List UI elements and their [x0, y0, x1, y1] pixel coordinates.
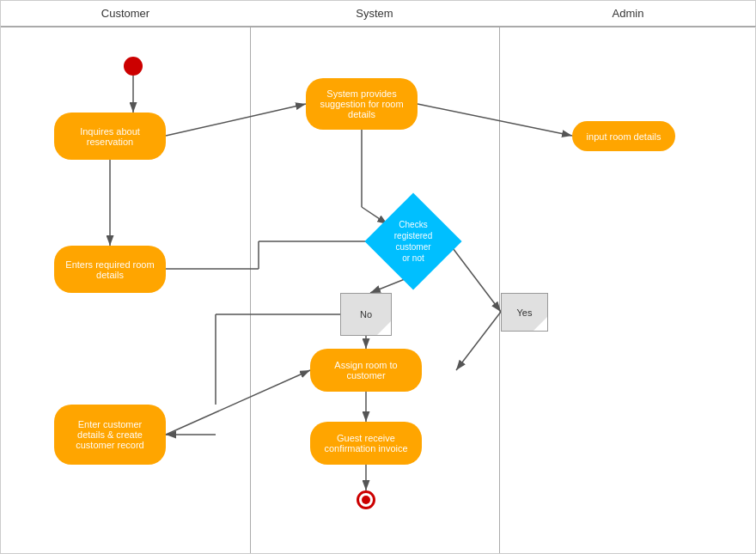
- svg-line-13: [456, 312, 501, 370]
- svg-line-3: [418, 104, 572, 136]
- inquires-node: Inquires about reservation: [54, 113, 166, 160]
- diagram-container: Customer System Admin: [0, 0, 756, 554]
- svg-line-11: [448, 241, 501, 312]
- end-node: [357, 490, 375, 509]
- svg-line-14: [166, 370, 310, 435]
- divider-1: [250, 27, 251, 553]
- checks-diamond-wrapper: Checksregisteredcustomeror not: [379, 207, 448, 276]
- start-node: [124, 57, 143, 76]
- confirmation-node: Guest receiveconfirmation invoice: [310, 422, 422, 465]
- lane-system: System: [250, 1, 499, 27]
- no-doc-node: No: [340, 293, 392, 336]
- system-provides-node: System providessuggestion for roomdetail…: [306, 78, 418, 130]
- divider-2: [499, 27, 500, 553]
- lane-customer: Customer: [1, 1, 250, 27]
- yes-doc-node: Yes: [501, 293, 548, 332]
- assign-room-node: Assign room tocustomer: [310, 349, 422, 392]
- lane-admin: Admin: [499, 1, 756, 27]
- svg-line-2: [166, 104, 306, 136]
- enter-customer-node: Enter customerdetails & createcustomer r…: [54, 405, 166, 465]
- input-room-node: input room details: [572, 121, 675, 151]
- checks-label: Checksregisteredcustomeror not: [379, 207, 448, 276]
- top-border: [1, 27, 755, 27]
- enters-room-node: Enters required roomdetails: [54, 246, 166, 293]
